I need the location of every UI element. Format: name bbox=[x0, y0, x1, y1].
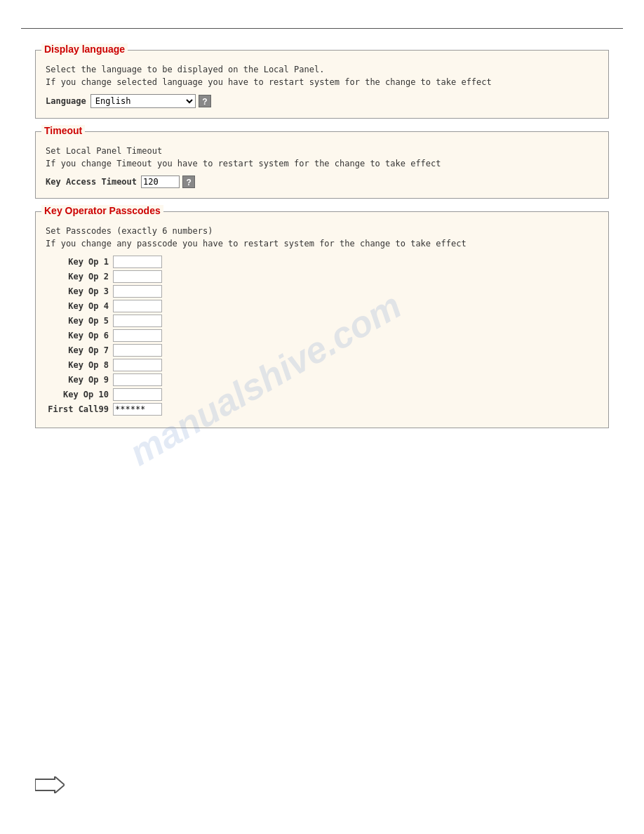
keyop-input-7[interactable] bbox=[113, 344, 162, 357]
keyop-label-7: Key Op 7 bbox=[46, 345, 109, 355]
timeout-input[interactable] bbox=[141, 176, 180, 188]
key-operator-legend: Key Operator Passcodes bbox=[41, 205, 163, 216]
keyop-row: Key Op 1 bbox=[46, 256, 598, 268]
keyop-row: Key Op 10 bbox=[46, 388, 598, 401]
keyop-label-2: Key Op 2 bbox=[46, 272, 109, 282]
page-wrapper: Display language Select the language to … bbox=[0, 28, 644, 834]
keyop-row: Key Op 4 bbox=[46, 300, 598, 312]
timeout-desc: Set Local Panel Timeout If you change Ti… bbox=[46, 145, 598, 170]
keyop-input-9[interactable] bbox=[113, 373, 162, 386]
keyop-row: Key Op 5 bbox=[46, 315, 598, 327]
keyop-label-9: Key Op 9 bbox=[46, 375, 109, 385]
nav-arrow[interactable] bbox=[35, 776, 65, 795]
keyop-table: Key Op 1Key Op 2Key Op 3Key Op 4Key Op 5… bbox=[46, 256, 598, 416]
keyop-input-8[interactable] bbox=[113, 359, 162, 371]
display-language-desc: Select the language to be displayed on t… bbox=[46, 63, 598, 88]
keyop-label-1: Key Op 1 bbox=[46, 257, 109, 267]
keyop-label-3: Key Op 3 bbox=[46, 286, 109, 296]
key-operator-passcodes-section: Key Operator Passcodes Set Passcodes (ex… bbox=[35, 211, 609, 428]
keyop-input-1[interactable] bbox=[113, 256, 162, 268]
keyop-label-10: Key Op 10 bbox=[46, 390, 109, 399]
keyop-row: Key Op 9 bbox=[46, 373, 598, 386]
key-operator-desc: Set Passcodes (exactly 6 numbers) If you… bbox=[46, 225, 598, 250]
language-help-button[interactable]: ? bbox=[199, 95, 211, 107]
language-select[interactable]: English French German Spanish bbox=[90, 94, 196, 108]
svg-marker-0 bbox=[35, 776, 65, 793]
keyop-input-2[interactable] bbox=[113, 270, 162, 283]
keyop-row: Key Op 7 bbox=[46, 344, 598, 357]
keyop-input-10[interactable] bbox=[113, 388, 162, 401]
content-area: Display language Select the language to … bbox=[0, 29, 644, 483]
keyop-row: Key Op 2 bbox=[46, 270, 598, 283]
language-label: Language bbox=[46, 96, 86, 106]
timeout-desc-line2: If you change Timeout you have to restar… bbox=[46, 157, 598, 170]
timeout-label: Key Access Timeout bbox=[46, 177, 137, 187]
display-language-desc-line1: Select the language to be displayed on t… bbox=[46, 63, 598, 76]
keyop-row: Key Op 8 bbox=[46, 359, 598, 371]
keyop-input-11[interactable] bbox=[113, 403, 162, 416]
keyop-label-11: First Call99 bbox=[46, 404, 109, 414]
keyop-label-6: Key Op 6 bbox=[46, 331, 109, 340]
timeout-field-row: Key Access Timeout ? bbox=[46, 176, 598, 188]
nav-arrow-icon bbox=[35, 776, 65, 793]
keyop-input-4[interactable] bbox=[113, 300, 162, 312]
key-operator-desc-line2: If you change any passcode you have to r… bbox=[46, 237, 598, 250]
key-operator-desc-line1: Set Passcodes (exactly 6 numbers) bbox=[46, 225, 598, 237]
display-language-legend: Display language bbox=[41, 44, 128, 55]
keyop-label-8: Key Op 8 bbox=[46, 360, 109, 370]
language-field-row: Language English French German Spanish ? bbox=[46, 94, 598, 108]
timeout-legend: Timeout bbox=[41, 125, 85, 136]
display-language-section: Display language Select the language to … bbox=[35, 50, 609, 119]
timeout-help-button[interactable]: ? bbox=[182, 176, 195, 188]
timeout-desc-line1: Set Local Panel Timeout bbox=[46, 145, 598, 157]
keyop-input-6[interactable] bbox=[113, 329, 162, 342]
keyop-input-5[interactable] bbox=[113, 315, 162, 327]
keyop-label-4: Key Op 4 bbox=[46, 301, 109, 311]
keyop-row: Key Op 6 bbox=[46, 329, 598, 342]
keyop-label-5: Key Op 5 bbox=[46, 316, 109, 326]
timeout-section: Timeout Set Local Panel Timeout If you c… bbox=[35, 131, 609, 199]
display-language-desc-line2: If you change selected language you have… bbox=[46, 76, 598, 88]
keyop-input-3[interactable] bbox=[113, 285, 162, 298]
keyop-row: Key Op 3 bbox=[46, 285, 598, 298]
keyop-row: First Call99 bbox=[46, 403, 598, 416]
